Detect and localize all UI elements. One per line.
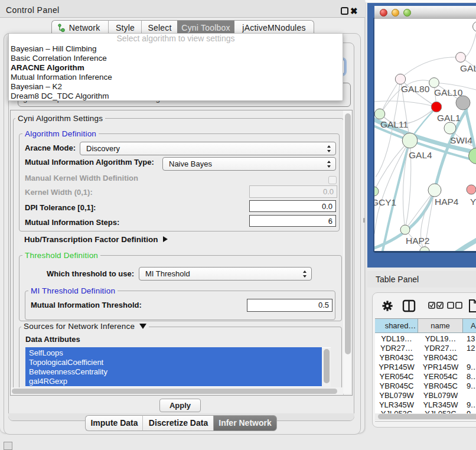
svg-text:HAP2: HAP2	[406, 236, 430, 246]
svg-text:GAL1: GAL1	[437, 113, 461, 123]
svg-text:GAL4: GAL4	[409, 150, 432, 160]
svg-text:HAP4: HAP4	[435, 197, 459, 207]
svg-text:YM: YM	[470, 197, 476, 207]
svg-text:GAL11: GAL11	[380, 119, 408, 129]
svg-text:GCY1: GCY1	[374, 197, 396, 207]
svg-text:GAL80: GAL80	[401, 84, 430, 94]
svg-text:GAL10: GAL10	[434, 87, 463, 97]
svg-text:SWI4: SWI4	[450, 135, 472, 145]
svg-text:GAL7: GAL7	[460, 63, 476, 73]
